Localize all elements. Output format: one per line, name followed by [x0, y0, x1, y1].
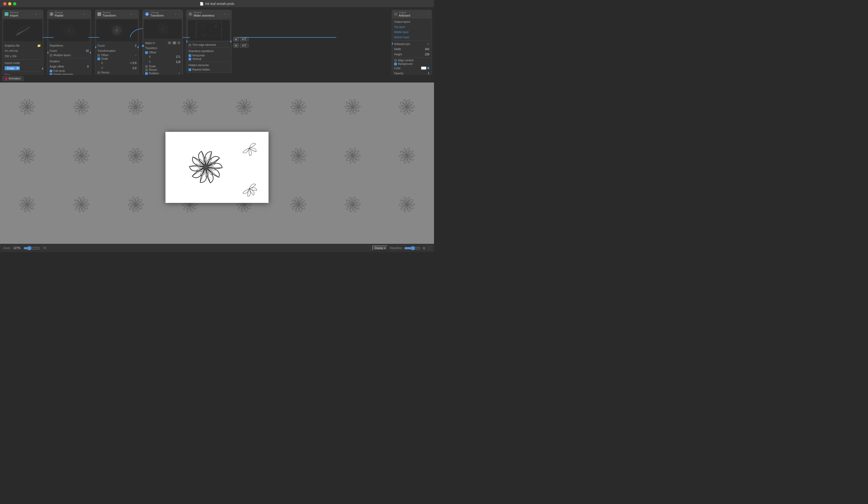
change-menu-icon[interactable]: ⋯: [178, 13, 180, 16]
seamless-type-label: Repeat: [194, 11, 214, 14]
change-x-val: 171: [176, 55, 180, 58]
formula-node-2[interactable]: a a*2: [233, 43, 249, 48]
main-layout: 📄 Ink leaf wreath.pnds E Element Import …: [0, 0, 434, 252]
apply-icon2[interactable]: ⊞: [173, 41, 176, 44]
horizontal-checkbox[interactable]: [188, 54, 191, 57]
pixels-label: 230 x 104: [4, 55, 17, 58]
apply-to-label: Apply to: [145, 41, 155, 44]
middle-layer-link[interactable]: Middle layer: [394, 31, 409, 34]
radial-icon: ◉: [50, 12, 53, 16]
display-button[interactable]: Display ▾: [372, 246, 388, 251]
window-title: 📄 Ink leaf wreath.pnds: [200, 2, 234, 6]
align-content-checkbox[interactable]: [394, 59, 397, 62]
apply-icon3[interactable]: ≡: [177, 41, 180, 44]
full-circle-checkbox[interactable]: [50, 70, 52, 72]
background-checkbox[interactable]: [394, 63, 397, 65]
change-offset-checkbox[interactable]: [145, 51, 148, 54]
import-node[interactable]: E Element Import ✓ ⋯: [2, 10, 43, 75]
transform-node[interactable]: ⋮ Repeat Transform ✓ ⋯: [95, 10, 139, 75]
transform-check-icon[interactable]: ✓: [131, 13, 133, 16]
transform-icon: ⋮: [97, 12, 101, 16]
top-layer-link[interactable]: Top layer: [394, 25, 405, 29]
maximize-button[interactable]: [13, 2, 16, 6]
seamless-controls: ✓ ⋯: [223, 13, 229, 16]
full-circle-label: Full circle: [53, 70, 65, 72]
bottom-layer-link[interactable]: Bottom layer: [394, 36, 409, 39]
animation-tab-label: Animation: [9, 77, 21, 80]
leaf-preview-svg: [7, 22, 38, 39]
radial-node[interactable]: ◉ Repeat Radial ✓ ⋯: [47, 10, 91, 75]
seamless-menu-icon[interactable]: ⋯: [227, 13, 229, 16]
graphics-file-label: Graphics file: [4, 44, 20, 47]
change-check-icon[interactable]: ✓: [174, 13, 177, 16]
formula-node-1[interactable]: a a*2: [233, 37, 249, 41]
formula-nodes-container: a a*2 a a*2: [233, 37, 249, 48]
repetition-label: Repetition: [390, 247, 402, 249]
canvas-area[interactable]: Zoom 127% Fit Display ▾ Repetition ⊞ ⛶: [0, 82, 434, 252]
vertical-checkbox[interactable]: [188, 58, 191, 61]
multiple-layers-checkbox[interactable]: [50, 54, 52, 57]
change-scale-checkbox[interactable]: [145, 65, 148, 68]
rotation-checkbox2[interactable]: [97, 75, 100, 75]
transform-x-val: 0.9: [133, 62, 136, 64]
artboard-size-icon: ⊡: [427, 43, 430, 45]
tab-bar: Animation: [0, 75, 434, 82]
svg-rect-1: [196, 22, 221, 39]
fullscreen-icon[interactable]: ⛶: [427, 246, 431, 250]
change-transform-panel[interactable]: ⊕ Change Transform ✓ ⋯: [143, 10, 183, 75]
animation-tab[interactable]: Animation: [2, 76, 24, 81]
apply-icon1[interactable]: ⊡: [168, 41, 172, 44]
output-width-val: 342: [425, 48, 430, 51]
import-output-connector: [42, 68, 43, 70]
import-mode-select[interactable]: Image: [4, 66, 20, 70]
angle-offset-label: Angle offset: [50, 65, 64, 68]
transform-y-label: Y: [101, 67, 103, 70]
node-name-label: Import: [10, 14, 19, 17]
radial-name-label: Radial: [55, 14, 63, 17]
zoom-slider[interactable]: [24, 246, 40, 250]
minimize-button[interactable]: [8, 2, 11, 6]
change-resize-checkbox[interactable]: [145, 69, 148, 71]
repeat-hidden-checkbox[interactable]: [188, 68, 191, 71]
output-opacity-label: Opacity: [394, 72, 403, 75]
rotate-elements-label: Rotate elements: [53, 73, 73, 75]
rotate-elements-checkbox[interactable]: [50, 73, 52, 75]
resize-checkbox[interactable]: [97, 71, 100, 74]
seamless-check-icon[interactable]: ✓: [223, 13, 225, 16]
transform-menu-icon[interactable]: ⋯: [134, 13, 136, 16]
repetition-slider[interactable]: [404, 246, 421, 250]
offset-checkbox[interactable]: [97, 54, 100, 57]
change-resize-label: Resize: [149, 68, 157, 71]
fit-button[interactable]: Fit: [43, 247, 46, 249]
change-offset-label: Offset: [149, 51, 156, 54]
display-label: Display: [374, 247, 383, 249]
change-rotation-checkbox[interactable]: [145, 72, 148, 75]
scale-checkbox[interactable]: [97, 58, 100, 60]
make-seamless-node[interactable]: ⊞ Repeat Make seamless ✓ ⋯: [186, 10, 232, 73]
trim-edge-checkbox[interactable]: [188, 44, 191, 47]
output-menu-icon[interactable]: ⋯: [427, 13, 430, 16]
bottom-bar: Zoom 127% Fit Display ▾ Repetition ⊞ ⛶: [0, 244, 434, 252]
close-button[interactable]: [3, 2, 7, 6]
repetitions-section-label: Repetitions: [50, 44, 63, 47]
transform-y-val: 0.9: [133, 67, 136, 70]
color-swatch[interactable]: [421, 66, 426, 70]
change-scale-label: Scale: [149, 65, 156, 68]
count-label: Count: [50, 49, 57, 52]
count-val: 10: [86, 49, 89, 52]
node-check-icon[interactable]: ✓: [35, 13, 37, 16]
hidden-elements-label: Hidden elements: [188, 64, 209, 67]
grid-icon[interactable]: ⊞: [423, 246, 425, 250]
node-menu-icon[interactable]: ⋯: [38, 13, 41, 16]
seamless-rep-label: Seamless repetitions: [188, 50, 214, 53]
seamless-props: Trim edge elements Seamless repetitions …: [186, 42, 231, 73]
change-rot-icon: ↻: [178, 72, 180, 75]
browse-icon[interactable]: 📁: [37, 44, 41, 48]
change-transform-label: Transform: [145, 47, 157, 50]
output-node[interactable]: Output Artboard ⋯ Output layers Top laye…: [392, 10, 432, 75]
radial-check-icon[interactable]: ✓: [83, 13, 85, 16]
radial-menu-icon[interactable]: ⋯: [86, 13, 89, 16]
seamless-thumbnail: [187, 20, 230, 41]
output-toggle[interactable]: [394, 12, 397, 16]
transform-node-header: ⋮ Repeat Transform ✓ ⋯: [95, 10, 138, 19]
